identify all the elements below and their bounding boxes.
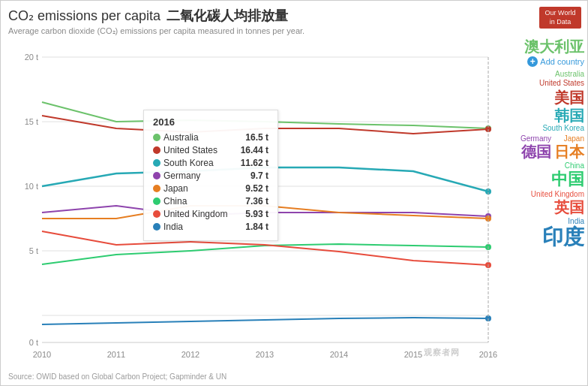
- tooltip-color-dot: [153, 134, 160, 141]
- legend-de-jp: Germany 德国 Japan 日本: [520, 134, 584, 160]
- tooltip-color-dot: [153, 159, 160, 167]
- legend-india-zh: 印度: [520, 226, 584, 249]
- legend-japan-en: Japan: [554, 134, 584, 143]
- svg-text:2014: 2014: [330, 350, 348, 359]
- legend-australia-en: Australia: [520, 70, 584, 79]
- legend-japan-zh: 日本: [554, 143, 584, 160]
- subtitle: Average carbon dioxide (CO₂) emissions p…: [8, 26, 580, 36]
- legend-us-zh: 美国: [520, 89, 584, 106]
- svg-text:5 t: 5 t: [29, 246, 38, 255]
- watermark: 观察者网: [424, 347, 460, 358]
- tooltip-country-value: 11.62 t: [241, 158, 268, 168]
- tooltip-country-name: United States: [164, 145, 218, 155]
- svg-text:2016: 2016: [479, 350, 497, 359]
- tooltip-country-value: 5.93 t: [245, 209, 268, 219]
- header: CO₂ emissions per capita 二氧化碳人均排放量 Avera…: [1, 1, 587, 38]
- tooltip-row: India 1.84 t: [153, 222, 268, 232]
- tooltip-country-name: Australia: [164, 132, 199, 143]
- legend-australia-zh: 澳大利亚: [520, 38, 584, 55]
- tooltip-country-value: 16.5 t: [245, 132, 268, 143]
- svg-text:20 t: 20 t: [25, 53, 38, 62]
- tooltip-row: South Korea 11.62 t: [153, 158, 268, 168]
- add-icon: +: [527, 56, 538, 67]
- title-en: CO₂ emissions per capita: [8, 8, 160, 24]
- legend-uk-en: United Kingdom: [520, 190, 584, 199]
- svg-text:0 t: 0 t: [29, 338, 38, 347]
- add-country-label: Add country: [540, 57, 584, 66]
- legend-uk: United Kingdom 英国: [520, 190, 584, 216]
- tooltip-country-name: China: [164, 196, 187, 207]
- legend-us-en: United States: [520, 79, 584, 88]
- legend-india: India 印度: [520, 217, 584, 249]
- tooltip-country-value: 7.36 t: [245, 196, 268, 207]
- tooltip-color-dot: [153, 198, 160, 205]
- svg-text:2013: 2013: [256, 350, 274, 359]
- tooltip-country-value: 9.7 t: [250, 170, 268, 181]
- tooltip-box: 2016 Australia 16.5 t United States 16.4…: [143, 110, 278, 241]
- tooltip-year: 2016: [153, 116, 268, 128]
- tooltip-country-name: Germany: [164, 170, 200, 181]
- tooltip-country-name: India: [164, 222, 183, 232]
- svg-text:10 t: 10 t: [25, 182, 38, 191]
- legend-japan: Japan 日本: [554, 134, 584, 160]
- source-text: Source: OWID based on Global Carbon Proj…: [8, 372, 226, 381]
- tooltip-country-name: South Korea: [164, 158, 214, 168]
- tooltip-color-dot: [153, 223, 160, 231]
- legend-germany-zh: 德国: [520, 143, 551, 160]
- legend-korea: 韩国 South Korea: [520, 107, 584, 133]
- tooltip-color-dot: [153, 172, 160, 179]
- tooltip-country-value: 1.84 t: [245, 222, 268, 232]
- page-container: CO₂ emissions per capita 二氧化碳人均排放量 Avera…: [0, 0, 588, 386]
- tooltip-row: United States 16.44 t: [153, 145, 268, 155]
- tooltip-country-name: United Kingdom: [164, 209, 227, 219]
- legend-korea-zh: 韩国: [520, 107, 584, 124]
- owid-logo: Our World in Data: [539, 7, 581, 29]
- tooltip-color-dot: [153, 185, 160, 192]
- legend-korea-en: South Korea: [520, 124, 584, 133]
- tooltip-row: United Kingdom 5.93 t: [153, 209, 268, 219]
- tooltip-row: Germany 9.7 t: [153, 170, 268, 181]
- legend-germany-en: Germany: [520, 134, 551, 143]
- svg-text:2012: 2012: [182, 350, 200, 359]
- title-zh: 二氧化碳人均排放量: [166, 7, 288, 25]
- legend-china-zh: 中国: [520, 170, 584, 188]
- chart-svg: 20 t 15 t 10 t 5 t 0 t 2010 2011 2012 20…: [1, 42, 588, 372]
- right-legend: 澳大利亚 + Add country Australia United Stat…: [520, 38, 584, 249]
- tooltip-row: China 7.36 t: [153, 196, 268, 207]
- svg-text:2010: 2010: [33, 350, 51, 359]
- svg-text:2011: 2011: [107, 350, 125, 359]
- tooltip-row: Japan 9.52 t: [153, 183, 268, 194]
- legend-germany: Germany 德国: [520, 134, 551, 160]
- svg-text:2015: 2015: [404, 350, 422, 359]
- legend-australia: 澳大利亚 + Add country Australia United Stat…: [520, 38, 584, 88]
- legend-uk-zh: 英国: [520, 199, 584, 216]
- svg-text:15 t: 15 t: [25, 117, 38, 126]
- legend-china: China 中国: [520, 161, 584, 188]
- header-title: CO₂ emissions per capita 二氧化碳人均排放量: [8, 7, 580, 25]
- tooltip-color-dot: [153, 146, 160, 154]
- tooltip-country-value: 16.44 t: [241, 145, 268, 155]
- tooltip-row: Australia 16.5 t: [153, 132, 268, 143]
- tooltip-rows: Australia 16.5 t United States 16.44 t S…: [153, 132, 268, 232]
- tooltip-country-name: Japan: [164, 183, 188, 194]
- tooltip-color-dot: [153, 210, 160, 218]
- add-country-button[interactable]: + Add country: [520, 56, 584, 67]
- tooltip-country-value: 9.52 t: [245, 183, 268, 194]
